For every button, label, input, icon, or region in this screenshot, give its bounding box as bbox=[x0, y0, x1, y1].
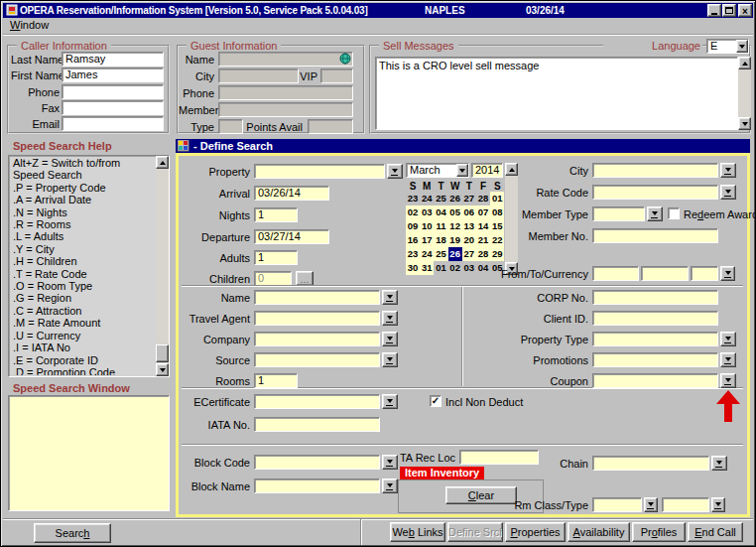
iata-no-label: IATA No. bbox=[130, 419, 250, 431]
footer-button-web-links[interactable]: Web Links bbox=[390, 522, 445, 542]
calendar-day[interactable]: 29 bbox=[490, 247, 504, 261]
calendar-day[interactable]: 12 bbox=[448, 219, 462, 233]
children-ellipsis-button[interactable]: ... bbox=[296, 271, 314, 286]
opera-window: OPERA Reservation/Information System [Ve… bbox=[0, 0, 756, 547]
calendar-day[interactable]: 30 bbox=[406, 261, 420, 275]
ta-rec-loc-label: TA Rec Loc bbox=[378, 452, 455, 464]
footer-button-availability[interactable]: Availability bbox=[567, 522, 630, 542]
calendar-month-select[interactable]: March bbox=[406, 163, 469, 178]
footer: Search Web LinksDefine SrchPropertiesAva… bbox=[3, 518, 753, 544]
currency-lov-button[interactable] bbox=[720, 266, 735, 281]
coupon-lov-button[interactable] bbox=[720, 373, 736, 388]
rate-code-lov-button[interactable] bbox=[720, 185, 736, 200]
calendar-day[interactable]: 27 bbox=[462, 247, 476, 261]
member-no-label: Member No. bbox=[469, 230, 588, 242]
client-id-field[interactable] bbox=[592, 311, 718, 326]
promotions-field[interactable] bbox=[592, 352, 718, 367]
property-field[interactable] bbox=[254, 164, 385, 179]
chain-field[interactable] bbox=[592, 456, 709, 471]
travel-agent-lov-button[interactable] bbox=[382, 311, 398, 326]
rm-type-lov-button[interactable] bbox=[711, 497, 725, 512]
departure-field[interactable]: 03/27/14 bbox=[254, 229, 329, 244]
calendar-day[interactable]: 11 bbox=[434, 219, 447, 233]
calendar-day[interactable]: 04 bbox=[434, 205, 447, 219]
rate-code-label: Rate Code bbox=[469, 187, 588, 199]
ecertificate-lov-button[interactable] bbox=[382, 394, 398, 409]
redeem-award-checkbox[interactable] bbox=[668, 207, 680, 219]
company-field[interactable] bbox=[254, 332, 380, 346]
coupon-field[interactable] bbox=[592, 373, 718, 388]
company-lov-button[interactable] bbox=[382, 332, 398, 346]
member-type-field[interactable] bbox=[592, 206, 645, 221]
travel-agent-field[interactable] bbox=[254, 311, 380, 326]
rooms-label: Rooms bbox=[130, 375, 250, 387]
calendar-day[interactable]: 25 bbox=[434, 192, 447, 205]
client-id-label: Client ID. bbox=[469, 313, 588, 325]
calendar-day[interactable]: 23 bbox=[406, 192, 420, 205]
calendar-day[interactable]: 09 bbox=[406, 219, 420, 233]
member-no-field[interactable] bbox=[592, 228, 718, 243]
source-field[interactable] bbox=[254, 352, 380, 367]
adults-field[interactable]: 1 bbox=[254, 250, 298, 265]
footer-button-properties[interactable]: Properties bbox=[505, 522, 566, 542]
block-code-field[interactable] bbox=[254, 455, 380, 470]
source-label: Source bbox=[130, 354, 250, 366]
city-field[interactable] bbox=[592, 163, 718, 178]
calendar-day[interactable]: 31 bbox=[420, 261, 434, 275]
calendar-day-selected[interactable]: 26 bbox=[448, 247, 462, 261]
currency-field[interactable] bbox=[691, 266, 718, 281]
nights-field[interactable]: 1 bbox=[254, 207, 298, 222]
city-lov-button[interactable] bbox=[720, 163, 736, 178]
name-lov-button[interactable] bbox=[382, 290, 398, 305]
calendar-day[interactable]: 19 bbox=[448, 233, 462, 247]
block-name-field[interactable] bbox=[254, 479, 380, 493]
separator bbox=[461, 287, 463, 386]
corp-no-field[interactable] bbox=[592, 290, 718, 305]
block-code-label: Block Code bbox=[130, 457, 250, 469]
property-type-field[interactable] bbox=[592, 332, 718, 346]
calendar-day[interactable]: 10 bbox=[420, 219, 434, 233]
calendar-day[interactable]: 01 bbox=[434, 261, 447, 275]
calendar-day[interactable]: 24 bbox=[420, 247, 434, 261]
calendar-day[interactable]: 23 bbox=[406, 247, 420, 261]
rm-class-lov-button[interactable] bbox=[644, 497, 658, 512]
property-lov-button[interactable] bbox=[387, 164, 403, 179]
children-field[interactable]: 0 bbox=[254, 271, 292, 286]
arrival-label: Arrival bbox=[130, 188, 250, 200]
rate-code-field[interactable] bbox=[592, 185, 718, 200]
block-name-lov-button[interactable] bbox=[382, 479, 398, 493]
incl-non-deduct-label: Incl Non Deduct bbox=[445, 396, 523, 408]
calendar-day[interactable]: 16 bbox=[406, 233, 420, 247]
calendar-day[interactable]: 24 bbox=[420, 192, 434, 205]
to-field[interactable] bbox=[641, 266, 689, 281]
from-field[interactable] bbox=[592, 266, 639, 281]
rm-class-field[interactable] bbox=[592, 497, 642, 512]
ecertificate-field[interactable] bbox=[254, 394, 380, 409]
footer-button-profiles[interactable]: Profiles bbox=[632, 522, 686, 542]
member-type-lov-button[interactable] bbox=[647, 206, 663, 221]
footer-button-end-call[interactable]: End Call bbox=[688, 522, 743, 542]
calendar-day[interactable]: 02 bbox=[448, 261, 462, 275]
promotions-lov-button[interactable] bbox=[720, 352, 736, 367]
chain-lov-button[interactable] bbox=[711, 456, 727, 471]
rm-type-field[interactable] bbox=[662, 497, 709, 512]
define-search-body: Property Arrival 03/26/14 Nights 1 Depar… bbox=[1, 1, 756, 547]
arrival-field[interactable]: 03/26/14 bbox=[254, 186, 329, 201]
calendar-day[interactable]: 05 bbox=[448, 205, 462, 219]
source-lov-button[interactable] bbox=[382, 352, 398, 367]
property-type-lov-button[interactable] bbox=[720, 332, 736, 346]
search-button[interactable]: Search bbox=[34, 523, 111, 543]
name-label: Name bbox=[130, 292, 250, 304]
calendar-day[interactable]: 03 bbox=[420, 205, 434, 219]
calendar-day[interactable]: 28 bbox=[476, 247, 490, 261]
iata-no-field[interactable] bbox=[254, 417, 380, 432]
rooms-field[interactable]: 1 bbox=[254, 373, 298, 388]
chevron-down-icon[interactable] bbox=[456, 164, 468, 177]
calendar-day[interactable]: 25 bbox=[434, 247, 447, 261]
calendar-day[interactable]: 18 bbox=[434, 233, 447, 247]
calendar-day[interactable]: 26 bbox=[448, 192, 462, 205]
incl-non-deduct-checkbox[interactable] bbox=[430, 395, 441, 407]
name-field[interactable] bbox=[254, 290, 380, 305]
calendar-day[interactable]: 17 bbox=[420, 233, 434, 247]
calendar-day[interactable]: 02 bbox=[406, 205, 420, 219]
